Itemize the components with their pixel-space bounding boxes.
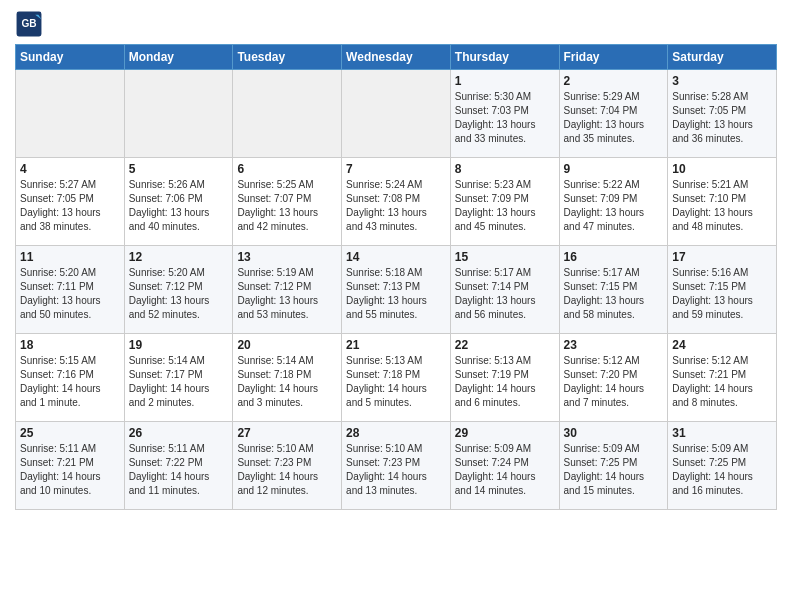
day-number: 6 xyxy=(237,162,337,176)
day-info: Sunrise: 5:20 AM Sunset: 7:11 PM Dayligh… xyxy=(20,266,120,322)
day-number: 2 xyxy=(564,74,664,88)
day-info: Sunrise: 5:25 AM Sunset: 7:07 PM Dayligh… xyxy=(237,178,337,234)
day-cell: 6Sunrise: 5:25 AM Sunset: 7:07 PM Daylig… xyxy=(233,158,342,246)
calendar-table: SundayMondayTuesdayWednesdayThursdayFrid… xyxy=(15,44,777,510)
day-info: Sunrise: 5:29 AM Sunset: 7:04 PM Dayligh… xyxy=(564,90,664,146)
week-row-4: 18Sunrise: 5:15 AM Sunset: 7:16 PM Dayli… xyxy=(16,334,777,422)
calendar-body: 1Sunrise: 5:30 AM Sunset: 7:03 PM Daylig… xyxy=(16,70,777,510)
day-number: 11 xyxy=(20,250,120,264)
column-header-wednesday: Wednesday xyxy=(342,45,451,70)
day-cell: 26Sunrise: 5:11 AM Sunset: 7:22 PM Dayli… xyxy=(124,422,233,510)
day-number: 8 xyxy=(455,162,555,176)
day-number: 1 xyxy=(455,74,555,88)
day-info: Sunrise: 5:11 AM Sunset: 7:22 PM Dayligh… xyxy=(129,442,229,498)
day-number: 4 xyxy=(20,162,120,176)
day-cell: 11Sunrise: 5:20 AM Sunset: 7:11 PM Dayli… xyxy=(16,246,125,334)
day-info: Sunrise: 5:22 AM Sunset: 7:09 PM Dayligh… xyxy=(564,178,664,234)
week-row-2: 4Sunrise: 5:27 AM Sunset: 7:05 PM Daylig… xyxy=(16,158,777,246)
day-number: 23 xyxy=(564,338,664,352)
day-cell: 9Sunrise: 5:22 AM Sunset: 7:09 PM Daylig… xyxy=(559,158,668,246)
day-number: 5 xyxy=(129,162,229,176)
day-cell: 8Sunrise: 5:23 AM Sunset: 7:09 PM Daylig… xyxy=(450,158,559,246)
day-info: Sunrise: 5:11 AM Sunset: 7:21 PM Dayligh… xyxy=(20,442,120,498)
day-number: 19 xyxy=(129,338,229,352)
day-info: Sunrise: 5:21 AM Sunset: 7:10 PM Dayligh… xyxy=(672,178,772,234)
day-cell: 29Sunrise: 5:09 AM Sunset: 7:24 PM Dayli… xyxy=(450,422,559,510)
day-cell xyxy=(124,70,233,158)
day-cell: 17Sunrise: 5:16 AM Sunset: 7:15 PM Dayli… xyxy=(668,246,777,334)
day-cell: 12Sunrise: 5:20 AM Sunset: 7:12 PM Dayli… xyxy=(124,246,233,334)
day-number: 10 xyxy=(672,162,772,176)
day-number: 13 xyxy=(237,250,337,264)
day-cell: 24Sunrise: 5:12 AM Sunset: 7:21 PM Dayli… xyxy=(668,334,777,422)
day-cell: 5Sunrise: 5:26 AM Sunset: 7:06 PM Daylig… xyxy=(124,158,233,246)
logo: GB xyxy=(15,10,47,38)
day-cell: 22Sunrise: 5:13 AM Sunset: 7:19 PM Dayli… xyxy=(450,334,559,422)
column-header-saturday: Saturday xyxy=(668,45,777,70)
day-info: Sunrise: 5:26 AM Sunset: 7:06 PM Dayligh… xyxy=(129,178,229,234)
day-number: 16 xyxy=(564,250,664,264)
day-number: 3 xyxy=(672,74,772,88)
header-row: SundayMondayTuesdayWednesdayThursdayFrid… xyxy=(16,45,777,70)
day-cell xyxy=(342,70,451,158)
day-info: Sunrise: 5:18 AM Sunset: 7:13 PM Dayligh… xyxy=(346,266,446,322)
day-info: Sunrise: 5:13 AM Sunset: 7:19 PM Dayligh… xyxy=(455,354,555,410)
day-cell: 13Sunrise: 5:19 AM Sunset: 7:12 PM Dayli… xyxy=(233,246,342,334)
column-header-sunday: Sunday xyxy=(16,45,125,70)
day-cell: 15Sunrise: 5:17 AM Sunset: 7:14 PM Dayli… xyxy=(450,246,559,334)
day-number: 14 xyxy=(346,250,446,264)
day-cell: 7Sunrise: 5:24 AM Sunset: 7:08 PM Daylig… xyxy=(342,158,451,246)
day-number: 27 xyxy=(237,426,337,440)
day-info: Sunrise: 5:28 AM Sunset: 7:05 PM Dayligh… xyxy=(672,90,772,146)
day-cell: 1Sunrise: 5:30 AM Sunset: 7:03 PM Daylig… xyxy=(450,70,559,158)
day-info: Sunrise: 5:27 AM Sunset: 7:05 PM Dayligh… xyxy=(20,178,120,234)
day-number: 21 xyxy=(346,338,446,352)
day-info: Sunrise: 5:20 AM Sunset: 7:12 PM Dayligh… xyxy=(129,266,229,322)
day-number: 12 xyxy=(129,250,229,264)
day-number: 7 xyxy=(346,162,446,176)
day-cell: 21Sunrise: 5:13 AM Sunset: 7:18 PM Dayli… xyxy=(342,334,451,422)
column-header-friday: Friday xyxy=(559,45,668,70)
day-info: Sunrise: 5:09 AM Sunset: 7:24 PM Dayligh… xyxy=(455,442,555,498)
logo-icon: GB xyxy=(15,10,43,38)
day-info: Sunrise: 5:09 AM Sunset: 7:25 PM Dayligh… xyxy=(672,442,772,498)
day-cell: 31Sunrise: 5:09 AM Sunset: 7:25 PM Dayli… xyxy=(668,422,777,510)
day-number: 17 xyxy=(672,250,772,264)
day-cell: 16Sunrise: 5:17 AM Sunset: 7:15 PM Dayli… xyxy=(559,246,668,334)
day-info: Sunrise: 5:23 AM Sunset: 7:09 PM Dayligh… xyxy=(455,178,555,234)
day-info: Sunrise: 5:30 AM Sunset: 7:03 PM Dayligh… xyxy=(455,90,555,146)
page-header: GB xyxy=(15,10,777,38)
day-cell: 23Sunrise: 5:12 AM Sunset: 7:20 PM Dayli… xyxy=(559,334,668,422)
day-info: Sunrise: 5:16 AM Sunset: 7:15 PM Dayligh… xyxy=(672,266,772,322)
day-number: 22 xyxy=(455,338,555,352)
column-header-monday: Monday xyxy=(124,45,233,70)
day-cell: 19Sunrise: 5:14 AM Sunset: 7:17 PM Dayli… xyxy=(124,334,233,422)
day-number: 31 xyxy=(672,426,772,440)
day-cell: 14Sunrise: 5:18 AM Sunset: 7:13 PM Dayli… xyxy=(342,246,451,334)
day-number: 20 xyxy=(237,338,337,352)
day-info: Sunrise: 5:14 AM Sunset: 7:18 PM Dayligh… xyxy=(237,354,337,410)
day-cell: 2Sunrise: 5:29 AM Sunset: 7:04 PM Daylig… xyxy=(559,70,668,158)
day-info: Sunrise: 5:19 AM Sunset: 7:12 PM Dayligh… xyxy=(237,266,337,322)
day-number: 30 xyxy=(564,426,664,440)
day-info: Sunrise: 5:24 AM Sunset: 7:08 PM Dayligh… xyxy=(346,178,446,234)
week-row-5: 25Sunrise: 5:11 AM Sunset: 7:21 PM Dayli… xyxy=(16,422,777,510)
day-cell: 25Sunrise: 5:11 AM Sunset: 7:21 PM Dayli… xyxy=(16,422,125,510)
day-cell xyxy=(233,70,342,158)
day-number: 18 xyxy=(20,338,120,352)
day-info: Sunrise: 5:09 AM Sunset: 7:25 PM Dayligh… xyxy=(564,442,664,498)
column-header-tuesday: Tuesday xyxy=(233,45,342,70)
day-number: 26 xyxy=(129,426,229,440)
day-cell: 20Sunrise: 5:14 AM Sunset: 7:18 PM Dayli… xyxy=(233,334,342,422)
day-info: Sunrise: 5:15 AM Sunset: 7:16 PM Dayligh… xyxy=(20,354,120,410)
day-cell: 10Sunrise: 5:21 AM Sunset: 7:10 PM Dayli… xyxy=(668,158,777,246)
day-info: Sunrise: 5:14 AM Sunset: 7:17 PM Dayligh… xyxy=(129,354,229,410)
day-number: 28 xyxy=(346,426,446,440)
day-cell: 3Sunrise: 5:28 AM Sunset: 7:05 PM Daylig… xyxy=(668,70,777,158)
calendar-header: SundayMondayTuesdayWednesdayThursdayFrid… xyxy=(16,45,777,70)
day-cell: 18Sunrise: 5:15 AM Sunset: 7:16 PM Dayli… xyxy=(16,334,125,422)
day-number: 15 xyxy=(455,250,555,264)
svg-text:GB: GB xyxy=(21,18,36,29)
week-row-1: 1Sunrise: 5:30 AM Sunset: 7:03 PM Daylig… xyxy=(16,70,777,158)
day-cell: 4Sunrise: 5:27 AM Sunset: 7:05 PM Daylig… xyxy=(16,158,125,246)
